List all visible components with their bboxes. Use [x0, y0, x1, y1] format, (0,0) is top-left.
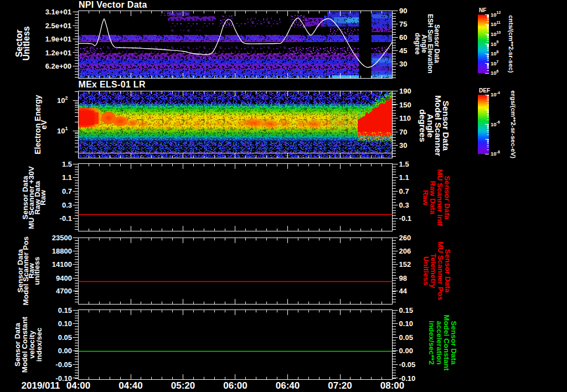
svg-text:04:00: 04:00	[66, 380, 90, 391]
svg-text:NPI Vector Data: NPI Vector Data	[79, 0, 147, 9]
svg-text:23500: 23500	[52, 234, 72, 242]
svg-text:150: 150	[399, 101, 411, 109]
svg-text:07:20: 07:20	[328, 380, 352, 391]
svg-text:6.2e+00: 6.2e+00	[45, 62, 71, 70]
svg-text:Raw: Raw	[421, 190, 430, 205]
svg-text:44: 44	[399, 287, 408, 295]
svg-text:0.10: 0.10	[58, 319, 72, 328]
svg-text:unitless: unitless	[33, 257, 42, 285]
svg-text:190: 190	[399, 87, 411, 95]
svg-text:0.7: 0.7	[62, 187, 72, 195]
svg-text:75: 75	[399, 20, 407, 28]
svg-text:1.1: 1.1	[399, 173, 409, 182]
svg-text:4700: 4700	[56, 287, 72, 295]
svg-text:30: 30	[399, 141, 407, 149]
svg-text:cnts/(cm**2-sr-sec): cnts/(cm**2-sr-sec)	[508, 15, 514, 73]
svg-text:MEx ELS-01 LR: MEx ELS-01 LR	[79, 80, 146, 89]
svg-text:DEF: DEF	[479, 87, 490, 94]
svg-text:-0.05: -0.05	[55, 360, 72, 369]
svg-text:70: 70	[399, 128, 407, 136]
svg-text:9400: 9400	[56, 274, 72, 282]
svg-text:260: 260	[399, 234, 411, 242]
svg-text:06:40: 06:40	[276, 380, 300, 391]
svg-text:Raw: Raw	[39, 190, 47, 205]
svg-text:2.5e+01: 2.5e+01	[45, 22, 71, 30]
svg-text:90: 90	[399, 7, 407, 15]
svg-text:18800: 18800	[52, 247, 72, 255]
svg-text:0.05: 0.05	[58, 333, 72, 342]
svg-text:-0.1: -0.1	[399, 214, 411, 223]
svg-text:0.05: 0.05	[399, 333, 413, 342]
svg-text:index/sec: index/sec	[35, 327, 43, 362]
svg-text:08:00: 08:00	[380, 380, 404, 391]
svg-text:1.2e+01: 1.2e+01	[45, 49, 71, 57]
svg-text:06:00: 06:00	[223, 380, 247, 391]
svg-text:0.15: 0.15	[58, 306, 72, 314]
svg-text:degree: degree	[414, 33, 421, 55]
svg-text:0.3: 0.3	[399, 201, 409, 209]
svg-text:45: 45	[399, 47, 407, 55]
svg-text:degrees: degrees	[418, 109, 427, 142]
svg-text:-0.1: -0.1	[60, 214, 72, 223]
svg-text:0.3: 0.3	[62, 201, 72, 209]
svg-text:1.9e+01: 1.9e+01	[45, 35, 71, 43]
svg-text:NF: NF	[479, 7, 486, 13]
svg-text:index/sec**2: index/sec**2	[427, 321, 436, 365]
svg-text:1.1: 1.1	[62, 173, 72, 182]
svg-text:206: 206	[399, 247, 411, 255]
svg-text:1.5: 1.5	[399, 160, 409, 168]
svg-text:ergs/(cm**2-sr-sec-eV): ergs/(cm**2-sr-sec-eV)	[510, 90, 517, 158]
svg-text:0.00: 0.00	[58, 347, 72, 355]
svg-text:Unitless: Unitless	[422, 256, 430, 286]
svg-text:0.00: 0.00	[399, 347, 413, 355]
svg-text:3.1e+01: 3.1e+01	[45, 8, 71, 16]
svg-text:0.7: 0.7	[399, 187, 409, 195]
svg-text:110: 110	[399, 114, 411, 122]
svg-text:Unitless: Unitless	[22, 26, 31, 60]
svg-text:60: 60	[399, 33, 407, 42]
svg-text:-0.05: -0.05	[399, 360, 416, 369]
svg-text:2019/011: 2019/011	[22, 380, 60, 391]
svg-text:eV: eV	[39, 120, 48, 130]
svg-text:04:40: 04:40	[118, 380, 142, 391]
svg-text:05:20: 05:20	[171, 380, 195, 391]
svg-text:0.15: 0.15	[399, 306, 413, 314]
svg-text:1.5: 1.5	[62, 160, 72, 168]
svg-text:152: 152	[399, 260, 411, 269]
svg-text:0.10: 0.10	[399, 319, 413, 328]
svg-text:14100: 14100	[52, 260, 72, 269]
svg-text:30: 30	[399, 60, 407, 68]
svg-text:98: 98	[399, 274, 407, 282]
